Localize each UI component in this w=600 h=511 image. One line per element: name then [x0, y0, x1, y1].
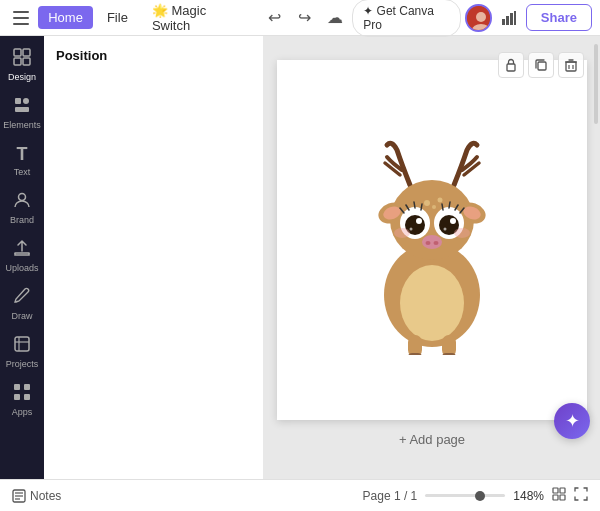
scrollbar-thumb: [594, 44, 598, 124]
projects-label: Projects: [6, 359, 39, 369]
sidebar-item-apps[interactable]: Apps: [2, 377, 42, 423]
properties-title: Position: [56, 48, 251, 63]
apps-label: Apps: [12, 407, 33, 417]
svg-rect-12: [14, 58, 21, 65]
svg-point-59: [426, 241, 431, 245]
draw-icon: [13, 287, 31, 309]
sidebar-item-draw[interactable]: Draw: [2, 281, 42, 327]
page-canvas[interactable]: [277, 60, 587, 420]
bottom-bar: Notes Page 1 / 1 148%: [0, 479, 600, 511]
sidebar-item-brand[interactable]: Brand: [2, 185, 42, 231]
svg-point-41: [432, 205, 436, 209]
notes-icon: [12, 489, 26, 503]
svg-rect-27: [566, 62, 576, 71]
elements-icon: [13, 96, 31, 118]
svg-line-51: [442, 204, 443, 210]
svg-rect-13: [23, 58, 30, 65]
redo-button[interactable]: ↪: [290, 4, 318, 32]
sidebar: Design Elements T Text Bran: [0, 36, 44, 479]
svg-line-46: [414, 202, 415, 208]
svg-point-57: [444, 228, 447, 231]
share-button[interactable]: Share: [526, 4, 592, 31]
svg-point-60: [434, 241, 439, 245]
svg-rect-8: [510, 13, 513, 25]
svg-rect-10: [14, 49, 21, 56]
sidebar-item-text[interactable]: T Text: [2, 138, 42, 183]
sidebar-item-uploads[interactable]: Uploads: [2, 233, 42, 279]
undo-button[interactable]: ↩: [260, 4, 288, 32]
svg-rect-7: [506, 16, 509, 25]
right-panel: Position: [44, 36, 600, 479]
brand-label: Brand: [10, 215, 34, 225]
grid-view-button[interactable]: [552, 487, 566, 504]
projects-icon: [13, 335, 31, 357]
nav-tab-home[interactable]: Home: [38, 6, 93, 29]
page-info: Page 1 / 1: [363, 489, 418, 503]
svg-rect-21: [14, 384, 20, 390]
uploads-icon: [13, 239, 31, 261]
add-page-button[interactable]: + Add page: [399, 432, 465, 447]
svg-rect-25: [507, 64, 515, 71]
sidebar-item-elements[interactable]: Elements: [2, 90, 42, 136]
svg-rect-0: [13, 11, 29, 13]
zoom-level: 148%: [513, 489, 544, 503]
svg-point-56: [410, 228, 413, 231]
nav-tab-file[interactable]: File: [97, 6, 138, 29]
svg-point-55: [450, 218, 456, 224]
svg-rect-18: [15, 337, 29, 351]
svg-rect-14: [15, 98, 21, 104]
svg-point-58: [422, 235, 442, 249]
text-icon: T: [17, 144, 28, 165]
design-icon: [13, 48, 31, 70]
slider-track[interactable]: [425, 494, 505, 497]
uploads-label: Uploads: [5, 263, 38, 273]
get-canva-pro-button[interactable]: ✦ Get Canva Pro: [352, 0, 461, 37]
svg-rect-6: [502, 19, 505, 25]
duplicate-button[interactable]: [528, 52, 554, 78]
cloud-save-icon: ☁: [322, 4, 348, 32]
slider-thumb: [475, 491, 485, 501]
text-label: Text: [14, 167, 31, 177]
svg-point-17: [19, 194, 26, 201]
sidebar-item-design[interactable]: Design: [2, 42, 42, 88]
svg-line-50: [449, 202, 450, 208]
svg-rect-64: [442, 335, 456, 355]
avatar[interactable]: [465, 4, 491, 32]
svg-point-39: [424, 200, 430, 206]
zoom-slider[interactable]: [425, 494, 505, 497]
lock-button[interactable]: [498, 52, 524, 78]
canvas-area[interactable]: ↻: [264, 36, 600, 479]
svg-rect-74: [560, 495, 565, 500]
svg-rect-71: [553, 488, 558, 493]
fullscreen-button[interactable]: [574, 487, 588, 504]
svg-rect-2: [13, 23, 29, 25]
svg-rect-73: [553, 495, 558, 500]
svg-rect-11: [23, 49, 30, 56]
hamburger-button[interactable]: [8, 4, 34, 32]
vertical-scrollbar[interactable]: [592, 36, 600, 479]
undo-redo-group: ↩ ↪: [260, 4, 318, 32]
notes-button[interactable]: Notes: [12, 489, 61, 503]
svg-rect-24: [24, 394, 30, 400]
svg-rect-72: [560, 488, 565, 493]
notes-label: Notes: [30, 489, 61, 503]
add-page-label: + Add page: [399, 432, 465, 447]
deer-illustration: [332, 125, 532, 355]
svg-rect-26: [538, 62, 546, 70]
svg-point-15: [23, 98, 29, 104]
svg-point-61: [394, 228, 410, 238]
properties-panel: Position: [44, 36, 264, 479]
brand-icon: [13, 191, 31, 213]
sidebar-item-projects[interactable]: Projects: [2, 329, 42, 375]
draw-label: Draw: [11, 311, 32, 321]
apps-icon: [13, 383, 31, 405]
nav-tab-magic-switch[interactable]: 🌟 Magic Switch: [142, 0, 252, 37]
svg-point-40: [438, 198, 443, 203]
svg-rect-9: [514, 11, 516, 25]
trash-button[interactable]: [558, 52, 584, 78]
svg-rect-63: [408, 335, 422, 355]
svg-rect-22: [24, 384, 30, 390]
design-label: Design: [8, 72, 36, 82]
stats-button[interactable]: [496, 4, 522, 32]
ai-assistant-button[interactable]: ✦: [554, 403, 590, 439]
